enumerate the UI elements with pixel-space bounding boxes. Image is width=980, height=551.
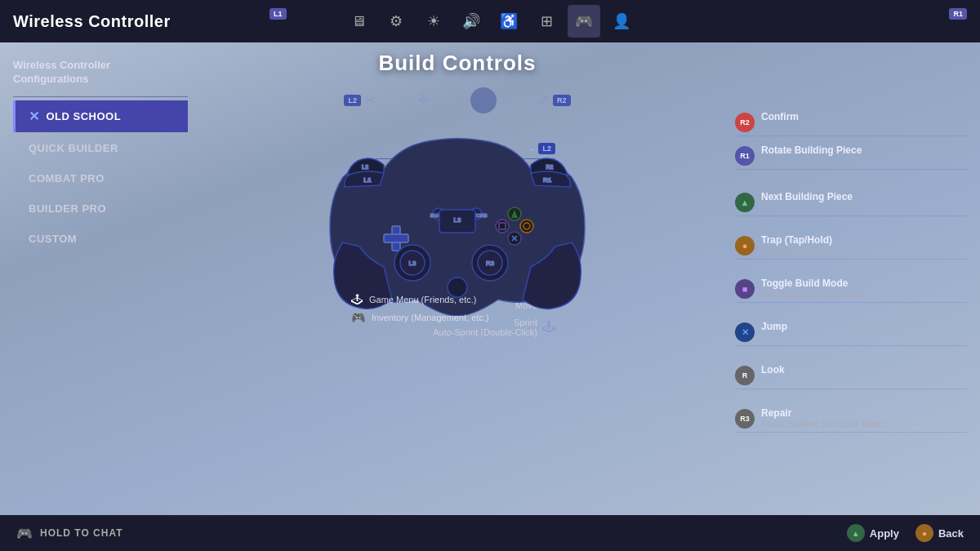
circle-button: ● [735, 236, 755, 256]
config-item-old-school[interactable]: ✕ OLD SCHOOL [13, 100, 188, 132]
trigger-row: L2 ✂ ✛ ⤢ R2 [344, 87, 570, 113]
back-btn-icon: ● [915, 524, 933, 542]
right-panel: R2 Confirm R1 Rotate Building Piece ▲ Ne… [727, 42, 980, 515]
sidebar-label: Wireless ControllerConfigurations [13, 59, 188, 87]
square-button: ■ [735, 279, 755, 299]
apply-action[interactable]: ▲ Apply [847, 524, 899, 542]
toggle-label: Toggle Build Mode [761, 278, 863, 289]
r2-button: R2 [735, 113, 755, 132]
look-label: Look [761, 364, 785, 375]
triangle-button: ▲ [735, 193, 755, 212]
jump-label: Jump [761, 321, 787, 332]
svg-rect-1 [384, 234, 408, 242]
l2-area: L2 ✂ [344, 91, 376, 109]
bottom-labels: 🕹 Game Menu (Friends, etc.) 🎮 Inventory … [351, 293, 564, 324]
right-item-next: ▲ Next Building Piece [735, 188, 967, 216]
nav-accessibility[interactable]: ♿ [492, 5, 525, 38]
back-label: Back [938, 527, 964, 540]
r1-badge: R1 [949, 8, 967, 20]
top-bar: Wireless Controller L1 🖥 ⚙ ☀ 🔊 ♿ ⊞ 🎮 👤 R… [0, 0, 980, 42]
svg-point-9 [496, 220, 509, 233]
controller-container: SHARE OPTIONS L3 R3 L1 L2 R1 [318, 120, 596, 324]
chat-icon: 🎮 [16, 526, 33, 541]
cross-button: ✕ [735, 322, 755, 342]
config-label-builder-pro: BUILDER PRO [29, 202, 106, 215]
right-text-next: Next Building Piece [761, 191, 853, 202]
config-item-combat-pro[interactable]: COMBAT PRO [13, 164, 188, 193]
spacer-right2 [735, 221, 967, 226]
svg-text:L3: L3 [409, 260, 416, 267]
repair-label: Repair [761, 407, 886, 419]
nav-gear[interactable]: ⚙ [380, 5, 412, 38]
r1-button: R1 [735, 146, 755, 166]
back-action[interactable]: ● Back [915, 524, 964, 542]
config-label-custom: CUSTOM [29, 233, 77, 245]
config-list: ✕ OLD SCHOOL QUICK BUILDER COMBAT PRO BU… [13, 96, 188, 253]
apply-label: Apply [870, 527, 899, 540]
right-text-confirm: Confirm [761, 111, 799, 122]
bottom-bar: 🎮 HOLD TO CHAT ▲ Apply ● Back [0, 515, 980, 551]
inventory-label: 🎮 Inventory (Management, etc.) [351, 311, 564, 324]
right-item-rotate: R1 Rotate Building Piece [735, 141, 967, 170]
spacer-right5 [735, 351, 967, 356]
svg-text:L2: L2 [362, 164, 368, 170]
active-icon: ✕ [29, 109, 40, 124]
right-text-repair: Repair Reset Building Edit (Edit Mode) [761, 407, 886, 429]
right-item-toggle: ■ Toggle Build Mode Edit Building Piece … [735, 274, 967, 303]
config-label-old-school: OLD SCHOOL [47, 110, 122, 122]
right-item-repair: R3 Repair Reset Building Edit (Edit Mode… [735, 404, 967, 433]
trap-sub: Interact (Tap / Hold) [761, 246, 840, 256]
inventory-stick-icon: 🎮 [351, 311, 365, 324]
trap-label: Trap (Tap/Hold) [761, 234, 840, 246]
spacer-right6 [735, 394, 967, 399]
l2-badge: L2 [344, 95, 361, 106]
right-item-confirm: R2 Confirm [735, 108, 967, 136]
spacer-right4 [735, 308, 967, 313]
nav-volume[interactable]: 🔊 [455, 5, 488, 38]
spacer-right [735, 175, 967, 183]
center-area: Build Controls L2 ✂ ✛ ⤢ R2 - L2 [188, 42, 727, 515]
svg-text:R1: R1 [543, 176, 552, 184]
r2-badge: R2 [553, 95, 571, 106]
app-title: Wireless Controller [13, 12, 171, 31]
right-text-toggle: Toggle Build Mode Edit Building Piece (H… [761, 278, 863, 299]
config-label-quick-builder: QUICK BUILDER [29, 142, 118, 154]
hold-chat: 🎮 HOLD TO CHAT [16, 526, 123, 541]
right-item-trap: ● Trap (Tap/Hold) Interact (Tap / Hold) [735, 231, 967, 260]
main-content: Wireless ControllerConfigurations ✕ OLD … [0, 42, 980, 515]
next-label: Next Building Piece [761, 191, 853, 202]
nav-monitor[interactable]: 🖥 [342, 5, 375, 38]
controller-svg: SHARE OPTIONS L3 R3 L1 L2 R1 [318, 120, 596, 316]
nav-user[interactable]: 👤 [605, 5, 638, 38]
repair-sub: Reset Building Edit (Edit Mode) [761, 419, 886, 429]
r2-area: ⤢ R2 [537, 91, 571, 109]
nav-icons: 🖥 ⚙ ☀ 🔊 ♿ ⊞ 🎮 👤 [342, 5, 638, 38]
inventory-text: Inventory (Management, etc.) [372, 313, 489, 322]
rs-button: R [735, 366, 755, 385]
config-item-quick-builder[interactable]: QUICK BUILDER [13, 134, 188, 162]
config-item-custom[interactable]: CUSTOM [13, 224, 188, 253]
config-label-combat-pro: COMBAT PRO [29, 172, 105, 184]
svg-text:R3: R3 [486, 260, 495, 267]
svg-text:L3: L3 [454, 216, 461, 224]
spacer-right3 [735, 264, 967, 269]
l1-badge: L1 [270, 8, 287, 20]
touchpad-icon [470, 87, 497, 113]
right-text-jump: Jump [761, 321, 787, 332]
game-menu-text: Game Menu (Friends, etc.) [369, 295, 476, 304]
left-sidebar: Wireless ControllerConfigurations ✕ OLD … [0, 42, 188, 515]
right-text-trap: Trap (Tap/Hold) Interact (Tap / Hold) [761, 234, 840, 256]
nav-sun[interactable]: ☀ [417, 5, 450, 38]
confirm-label: Confirm [761, 111, 799, 122]
nav-controller[interactable]: 🎮 [568, 5, 600, 38]
page-title: Build Controls [378, 51, 536, 76]
rotate-label: Rotate Building Piece [761, 144, 862, 156]
svg-text:R2: R2 [546, 164, 554, 170]
svg-point-7 [520, 220, 533, 233]
nav-grid[interactable]: ⊞ [530, 5, 563, 38]
options-stick-icon: 🕹 [351, 293, 363, 306]
game-menu-label: 🕹 Game Menu (Friends, etc.) [351, 293, 564, 306]
bottom-right-actions: ▲ Apply ● Back [847, 524, 964, 542]
right-item-look: R Look [735, 361, 967, 389]
config-item-builder-pro[interactable]: BUILDER PRO [13, 194, 188, 223]
